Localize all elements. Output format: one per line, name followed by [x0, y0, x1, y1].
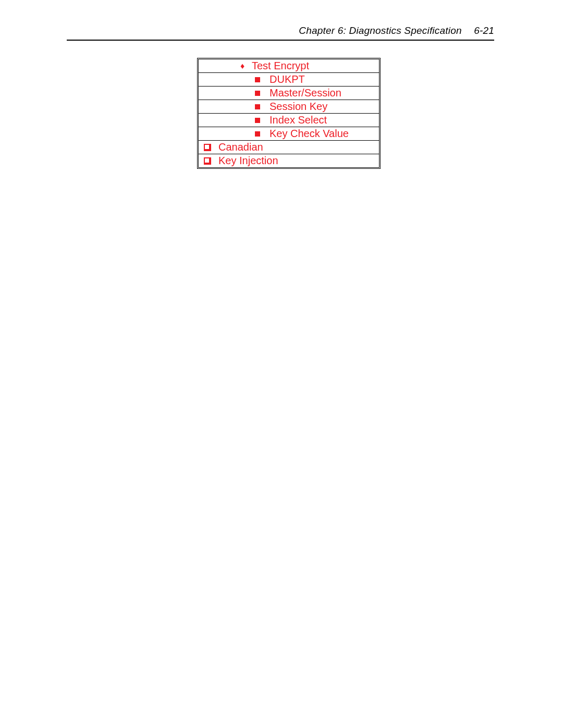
row-key-check-value: Key Check Value: [199, 127, 379, 141]
row-label: Session Key: [270, 101, 327, 113]
page-number: 6-21: [474, 25, 494, 36]
chapter-title: Chapter 6: Diagnostics Specification: [299, 25, 461, 36]
square-icon: [255, 77, 260, 82]
row-label: Test Encrypt: [252, 60, 309, 72]
checkbox-icon: [204, 157, 211, 165]
row-test-encrypt: ♦ Test Encrypt: [199, 59, 379, 73]
row-label: Index Select: [270, 114, 327, 126]
checkbox-icon: [204, 144, 211, 151]
square-icon: [255, 91, 260, 96]
row-dukpt: DUKPT: [199, 73, 379, 87]
row-key-injection: Key Injection: [199, 154, 379, 167]
row-session-key: Session Key: [199, 100, 379, 114]
menu-table: ♦ Test Encrypt DUKPT Master/Session Sess…: [197, 58, 381, 169]
diamond-icon: ♦: [238, 61, 247, 71]
page: Chapter 6: Diagnostics Specification 6-2…: [0, 0, 563, 728]
square-icon: [255, 104, 260, 109]
row-label: Key Injection: [218, 155, 278, 167]
square-icon: [255, 118, 260, 123]
square-icon: [255, 131, 260, 137]
row-master-session: Master/Session: [199, 87, 379, 100]
row-index-select: Index Select: [199, 114, 379, 127]
row-canadian: Canadian: [199, 141, 379, 154]
row-label: Canadian: [218, 141, 263, 153]
header-rule: [67, 40, 494, 41]
row-label: Key Check Value: [270, 128, 349, 140]
row-label: Master/Session: [270, 87, 341, 99]
row-label: DUKPT: [270, 73, 305, 85]
page-header: Chapter 6: Diagnostics Specification 6-2…: [299, 25, 494, 36]
